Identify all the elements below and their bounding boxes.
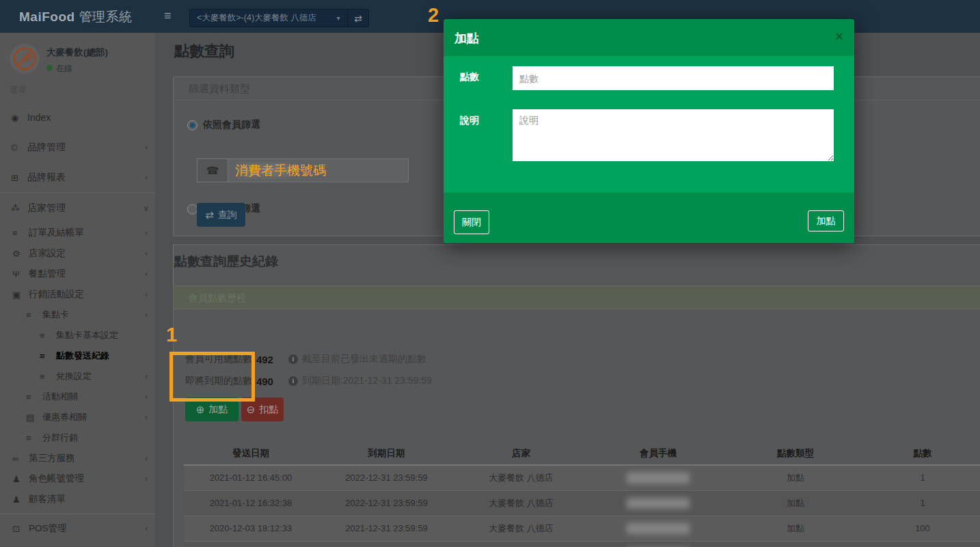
bars-icon: ≡ [40,331,56,341]
sidebar-item-orders-bills[interactable]: ≡訂單及結帳單‹ [0,223,155,243]
chevron-left-icon: ‹ [137,249,155,258]
minus-circle-icon: ⊖ [247,404,256,416]
sidebar-menu: ◉Index ©品牌管理‹ ⊞品牌報表‹ ⁂店家管理∨ ≡訂單及結帳單‹ ⚙店家… [0,102,155,539]
phone-input-group: ☎ 消費者手機號碼 [197,158,409,182]
chevron-left-icon: ‹ [137,290,155,299]
info-icon: i [288,354,298,364]
chevron-left-icon: ‹ [137,392,155,402]
store-select[interactable]: <大麥餐飲>-(4)大麥餐飲 八德店 ▾ ⇄ [189,9,369,27]
sidebar-item-brand-management[interactable]: ©品牌管理‹ [0,132,155,163]
annotation-highlight-box [169,352,255,402]
filter-by-member-row: 依照會員篩選 [187,119,260,131]
user-name: 大麥餐飲(總部) [46,46,108,59]
sidebar-item-role-accounts[interactable]: ♟角色帳號管理‹ [0,468,155,489]
user-panel: 大麥餐飲(總部) 在線 [10,44,146,82]
modal-add-points-button[interactable]: 加點 [808,210,844,232]
sitemap-icon: ⁂ [11,203,27,213]
online-status-dot [46,65,53,71]
modal-body: 點數 說明 [444,56,854,193]
chevron-left-icon: ‹ [137,412,155,422]
redacted-phone [627,523,690,534]
search-button[interactable]: ⇄ 查詢 [197,203,245,227]
chevron-left-icon: ‹ [137,228,155,238]
bars-icon: ≡ [26,310,42,320]
points-field-label: 點數 [460,71,479,83]
sidebar-toggle-icon[interactable]: ≡ [164,9,172,23]
motorcycle-icon: ∞ [12,453,29,464]
bars-icon: ≡ [26,392,42,402]
chevron-down-icon: ∨ [137,204,155,213]
table-row: 2021-01-12 16:45:00 2022-12-31 23:59:59 … [184,465,980,490]
info-icon: i [288,376,298,386]
users-icon: ♟ [12,474,29,484]
modal-close-button[interactable]: 關閉 [454,210,489,234]
sidebar-item-points-send-record[interactable]: ≡點數發送紀錄 [0,346,155,366]
col-expire-date: 到期日期 [318,442,455,465]
col-points-type: 點數類型 [729,442,862,465]
table-row: 2020-11-16 14:48:35 2021-12-31 23:59:59 … [184,541,980,547]
utensils-icon: Ψ [12,269,29,279]
add-points-modal: 加點 × 點數 說明 關閉 加點 [444,19,854,243]
col-member-phone: 會員手機 [587,442,729,465]
description-textarea[interactable] [513,109,834,161]
sidebar-item-points-card-basic[interactable]: ≡集點卡基本設定 [0,325,155,346]
sidebar-item-index[interactable]: ◉Index [0,102,155,132]
phone-number-input[interactable]: 消費者手機號碼 [228,159,408,182]
gift-icon: ▣ [12,290,29,300]
bars-icon: ≡ [26,433,42,443]
chevron-left-icon: ‹ [137,474,155,483]
sidebar-item-points-card[interactable]: ≡集點卡‹ [0,305,155,325]
sidebar-item-store-settings[interactable]: ⚙店家設定‹ [0,243,155,264]
member-points-panel-title: 會員點數歷程 [174,286,980,309]
brand-logo-text[interactable]: MaiFood 管理系統 [19,8,132,26]
brand-logo [10,44,40,74]
points-history-table: 發送日期 到期日期 店家 會員手機 點數類型 點數 2021-01-12 16:… [184,442,980,547]
sidebar-item-pos-management[interactable]: ⊡POS管理‹ [0,518,155,539]
sidebar-item-coupon-related[interactable]: ▤優惠券相關‹ [0,407,155,427]
gears-icon: ⚙ [12,249,29,259]
member-points-panel: 會員點數歷程 會員可用總點數: 492 i 截至目前已發出未過期的點數 即將到期… [173,285,980,547]
chevron-left-icon: ‹ [137,524,155,533]
avatar [10,44,40,74]
close-icon[interactable]: × [835,29,843,44]
list-icon: ≡ [12,228,29,238]
sidebar-item-segment-marketing[interactable]: ≡分群行銷 [0,427,155,448]
col-send-date: 發送日期 [184,442,318,465]
total-points-value: 492 [256,354,273,365]
divider [0,514,155,514]
sidebar-item-meal-management[interactable]: Ψ餐點管理‹ [0,264,155,284]
modal-header: 加點 × [444,19,854,56]
chevron-left-icon: ‹ [137,269,155,279]
plus-circle-icon: ⊕ [196,404,205,416]
sidebar-item-customer-list[interactable]: ♟顧客清單 [0,489,155,509]
sidebar-item-brand-reports[interactable]: ⊞品牌報表‹ [0,163,155,193]
annotation-step-1: 1 [166,324,177,346]
chevron-left-icon: ‹ [137,173,155,182]
sidebar-item-third-party[interactable]: ∞第三方服務‹ [0,448,155,468]
phone-icon: ☎ [198,159,228,182]
chevron-left-icon: ‹ [137,143,155,152]
coupon-icon: ▤ [26,412,42,423]
store-select-value: <大麥餐飲>-(4)大麥餐飲 八德店 [190,12,332,24]
member-filter-radio[interactable] [187,120,198,130]
chevron-left-icon: ‹ [137,310,155,320]
table-icon: ⊞ [11,173,27,183]
points-input[interactable] [513,66,834,90]
annotation-step-2: 2 [428,4,439,27]
switch-store-icon[interactable]: ⇄ [348,13,368,24]
bars-icon: ≡ [40,351,56,361]
chevron-left-icon: ‹ [137,371,155,381]
shuffle-icon: ⇄ [205,209,214,221]
sidebar-item-activity-related[interactable]: ≡活動相關‹ [0,387,155,407]
sidebar-item-store-management[interactable]: ⁂店家管理∨ [0,193,155,223]
sidebar-item-marketing-settings[interactable]: ▣行銷活動設定‹ [0,284,155,305]
table-row: 2021-01-12 16:32:38 2022-12-31 23:59:59 … [184,490,980,516]
redacted-phone [627,498,690,509]
date-filter-radio[interactable] [187,204,198,214]
col-store: 店家 [455,442,587,465]
sidebar: 大麥餐飲(總部) 在線 選單 ◉Index ©品牌管理‹ ⊞品牌報表‹ ⁂店家管… [0,33,155,547]
sidebar-item-redeem-settings[interactable]: ≡兌換設定‹ [0,366,155,387]
chevron-left-icon: ‹ [137,453,155,463]
user-status: 在線 [46,63,72,74]
history-section-title: 點數查詢歷史紀錄 [174,253,278,270]
